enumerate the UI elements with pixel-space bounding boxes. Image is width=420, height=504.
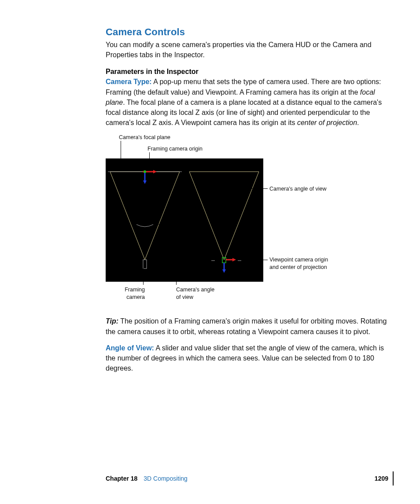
page-number: 1209 [375, 475, 388, 482]
callout-viewpoint-origin: Viewpoint camera origin and center of pr… [269, 256, 328, 271]
callout-viewpoint-origin-l2: and center of projection [269, 264, 328, 271]
tip-paragraph: Tip: The position of a Framing camera's … [106, 316, 387, 336]
callout-framing-camera: Framing camera [123, 286, 145, 301]
leader-line [143, 268, 144, 285]
arrow-down-icon [143, 180, 147, 184]
callout-framing-camera-l1: Framing [123, 286, 145, 293]
angle-of-view-label: Angle of View: [106, 344, 154, 352]
camera-diagram-svg [106, 158, 263, 282]
framing-camera-body [143, 260, 147, 269]
chapter-title: 3D Compositing [144, 475, 188, 482]
origin-dot [144, 170, 146, 173]
page: Camera Controls You can modify a scene c… [0, 0, 420, 504]
leader-line [154, 224, 176, 224]
camera-type-center-proj: center of projection [297, 119, 357, 126]
callout-framing-origin: Framing camera origin [147, 145, 203, 152]
figure-image [106, 158, 263, 282]
angle-arc-left [136, 224, 153, 227]
arrow-right-icon [153, 170, 157, 173]
callout-angle-of-view-right: Camera's angle of view [269, 185, 327, 192]
angle-of-view-paragraph: Angle of View: A slider and value slider… [106, 343, 387, 374]
viewpoint-cone [189, 172, 259, 260]
parameters-subheading: Parameters in the Inspector [106, 68, 387, 76]
camera-type-label: Camera Type: [106, 78, 152, 85]
page-footer: Chapter 18 3D Compositing 1209 [106, 475, 388, 482]
footer-left: Chapter 18 3D Compositing [106, 475, 188, 482]
leader-line [237, 260, 268, 260]
arrow-right-icon [232, 258, 236, 261]
section-heading: Camera Controls [106, 26, 387, 38]
figure: Camera's focal plane Framing camera orig… [106, 134, 387, 310]
framing-cone [110, 172, 180, 260]
camera-type-body-end: . [357, 119, 359, 126]
leader-line [248, 188, 268, 189]
chapter-label: Chapter 18 [106, 475, 137, 482]
callout-framing-camera-l2: camera [123, 294, 145, 301]
callout-angle-bottom-l1: Camera's angle [176, 286, 214, 293]
callout-viewpoint-origin-l1: Viewpoint camera origin [269, 256, 328, 263]
footer-rule [393, 471, 394, 486]
callout-angle-of-view-bottom: Camera's angle of view [176, 286, 214, 301]
leader-line [176, 224, 177, 285]
intro-paragraph: You can modify a scene camera's properti… [106, 40, 387, 60]
tip-body: The position of a Framing camera's origi… [106, 317, 387, 335]
camera-type-paragraph: Camera Type: A pop-up menu that sets the… [106, 77, 387, 128]
arrow-down-icon [222, 269, 226, 273]
content-column: Camera Controls You can modify a scene c… [106, 26, 387, 373]
callout-angle-bottom-l2: of view [176, 294, 214, 301]
callout-focal-plane: Camera's focal plane [119, 134, 170, 141]
tip-label: Tip: [106, 317, 118, 325]
